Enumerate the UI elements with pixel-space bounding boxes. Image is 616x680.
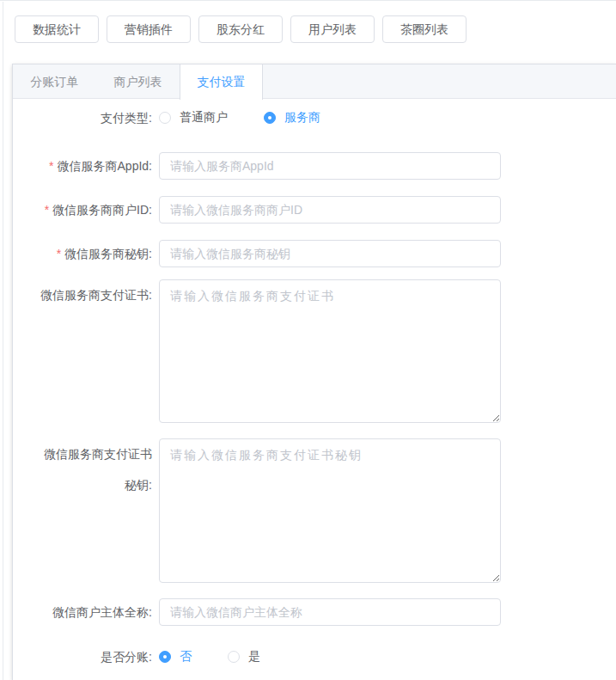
- wechat-sp-appid-input[interactable]: [159, 152, 501, 180]
- split-account-row: 是否分账: 否 是: [13, 643, 616, 671]
- radio-normal-merchant-label: 普通商户: [180, 110, 228, 126]
- radio-service-provider[interactable]: 服务商: [264, 110, 320, 126]
- pay-type-radio-group: 普通商户 服务商: [159, 104, 357, 132]
- wechat-sp-pay-cert-textarea[interactable]: [159, 279, 501, 423]
- settings-card: 分账订单 商户列表 支付设置 支付类型: 普通商户 服务商: [12, 64, 616, 680]
- wechat-sp-merchant-id-input[interactable]: [159, 196, 501, 224]
- wechat-sp-merchant-id-row: *微信服务商商户ID:: [13, 196, 616, 224]
- wechat-sp-secret-input[interactable]: [159, 240, 501, 267]
- wechat-sp-pay-cert-secret-row: 微信服务商支付证书秘钥:: [13, 438, 616, 583]
- wechat-sp-pay-cert-row: 微信服务商支付证书:: [13, 279, 616, 423]
- wechat-sp-secret-row: *微信服务商秘钥:: [13, 240, 616, 267]
- left-divider: [3, 2, 3, 680]
- tab-merchant-list[interactable]: 商户列表: [96, 64, 180, 99]
- radio-circle-icon[interactable]: [228, 651, 240, 663]
- marketing-plugin-button[interactable]: 营销插件: [107, 15, 191, 43]
- wechat-sp-appid-label: *微信服务商AppId:: [13, 152, 159, 180]
- wechat-merchant-name-label: 微信商户主体全称:: [13, 598, 159, 626]
- page: 数据统计 营销插件 股东分红 用户列表 茶圈列表 分账订单 商户列表 支付设置 …: [0, 0, 616, 680]
- wechat-merchant-name-input[interactable]: [159, 598, 501, 626]
- payment-settings-form: 支付类型: 普通商户 服务商 *微信服务商AppId: *微信服务: [13, 99, 616, 671]
- toolbar: 数据统计 营销插件 股东分红 用户列表 茶圈列表: [15, 15, 467, 43]
- wechat-merchant-name-row: 微信商户主体全称:: [13, 598, 616, 626]
- tab-split-orders[interactable]: 分账订单: [13, 64, 96, 99]
- required-asterisk: *: [49, 159, 53, 173]
- required-asterisk: *: [45, 203, 49, 217]
- wechat-sp-pay-cert-label: 微信服务商支付证书:: [13, 279, 159, 310]
- wechat-sp-pay-cert-secret-label: 微信服务商支付证书秘钥:: [13, 438, 159, 500]
- data-statistics-button[interactable]: 数据统计: [15, 15, 99, 43]
- split-account-radio-group: 否 是: [159, 643, 296, 671]
- radio-split-yes-label: 是: [248, 649, 260, 665]
- split-account-label: 是否分账:: [13, 643, 159, 671]
- radio-split-yes[interactable]: 是: [228, 649, 260, 665]
- tea-circle-list-button[interactable]: 茶圈列表: [382, 15, 467, 43]
- wechat-sp-appid-row: *微信服务商AppId:: [13, 152, 616, 180]
- radio-split-no[interactable]: 否: [159, 649, 192, 665]
- pay-type-row: 支付类型: 普通商户 服务商: [13, 104, 616, 132]
- wechat-sp-merchant-id-label: *微信服务商商户ID:: [13, 196, 159, 224]
- top-divider: [0, 0, 616, 1]
- radio-normal-merchant[interactable]: 普通商户: [159, 110, 228, 126]
- wechat-sp-pay-cert-secret-textarea[interactable]: [159, 438, 501, 583]
- radio-circle-icon[interactable]: [264, 112, 276, 124]
- radio-circle-icon[interactable]: [159, 112, 171, 124]
- radio-split-no-label: 否: [180, 649, 192, 665]
- radio-circle-icon[interactable]: [159, 651, 171, 663]
- wechat-sp-secret-label: *微信服务商秘钥:: [13, 240, 159, 267]
- radio-service-provider-label: 服务商: [284, 110, 320, 126]
- shareholder-dividend-button[interactable]: 股东分红: [198, 15, 283, 43]
- required-asterisk: *: [57, 247, 61, 260]
- user-list-button[interactable]: 用户列表: [290, 15, 375, 43]
- pay-type-label: 支付类型:: [13, 104, 159, 132]
- tab-payment-settings[interactable]: 支付设置: [180, 64, 263, 100]
- tabs-header: 分账订单 商户列表 支付设置: [13, 64, 616, 99]
